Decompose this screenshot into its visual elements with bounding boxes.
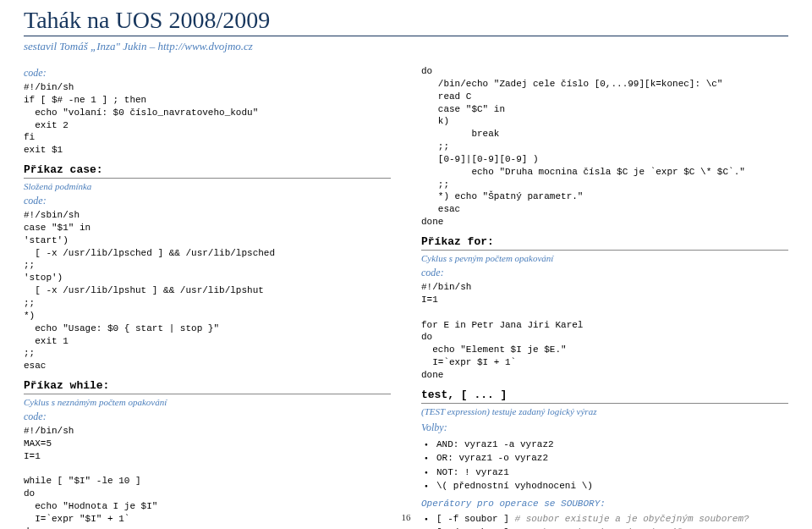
code-block: #!/bin/sh I=1 for E in Petr Jana Jiri Ka… [421,281,788,382]
section-desc: Cyklus s pevným počtem opakování [421,253,788,263]
page-title: Tahák na UOS 2008/2009 [24,7,788,36]
list-item: [ -d soubor ] # soubor existuje a je adr… [436,526,788,529]
code-block: do /bin/echo "Zadej cele číslo [0,...99]… [421,65,788,229]
right-column: do /bin/echo "Zadej cele číslo [0,...99]… [421,63,788,529]
list-item: \( přednostní vyhodnoceni \) [436,479,788,493]
list-item: NOT: ! vyraz1 [436,466,788,480]
options-list: AND: vyraz1 -a vyraz2OR: vyraz1 -o vyraz… [421,438,788,493]
section-for: Příkaz for: [421,235,788,251]
code-label: code: [24,195,391,207]
section-case: Příkaz case: [24,163,391,179]
section-test: test, [ ... ] [421,388,788,404]
list-item: AND: vyraz1 -a vyraz2 [436,438,788,452]
code-block: #!/bin/sh if [ $# -ne 1 ] ; then echo "v… [24,81,391,157]
section-desc: Cyklus s neznámým počtem opakování [24,397,391,407]
operators-label: Operátory pro operace se SOUBORY: [421,499,788,509]
section-desc: (TEST expression) testuje zadaný logický… [421,406,788,416]
code-block: #!/sbin/sh case "$1" in 'start') [ -x /u… [24,209,391,372]
list-item: OR: vyraz1 -o vyraz2 [436,451,788,466]
page-subtitle: sestavil Tomáš „Inza" Jukin – http://www… [24,40,788,53]
volby-label: Volby: [421,422,788,434]
section-while: Příkaz while: [24,379,391,394]
code-label: code: [24,411,391,423]
left-column: code: #!/bin/sh if [ $# -ne 1 ] ; then e… [24,63,391,529]
section-desc: Složená podmínka [24,181,391,191]
page-number: 16 [0,512,812,522]
code-label: code: [24,67,391,80]
code-label: code: [421,267,788,279]
